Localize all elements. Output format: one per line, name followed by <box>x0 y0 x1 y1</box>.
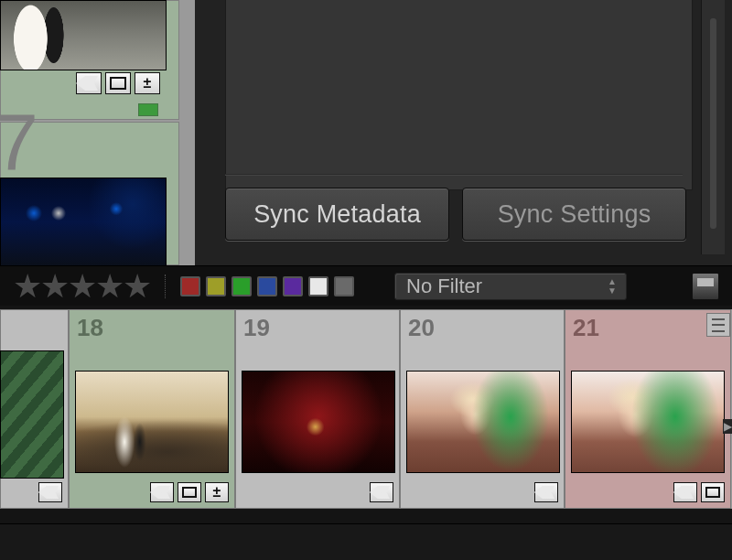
badge-row <box>534 482 558 502</box>
filmstrip-cell[interactable] <box>0 309 69 509</box>
filmstrip-container: 18 19 20 <box>0 306 732 523</box>
collection-icon[interactable] <box>178 482 201 502</box>
rating-stars-group: ★ ★ ★ ★ ★ <box>13 270 150 303</box>
star-icon[interactable]: ★ <box>68 270 97 303</box>
color-filter-white[interactable] <box>308 276 328 296</box>
badge-row <box>370 482 393 502</box>
star-icon[interactable]: ★ <box>123 270 152 303</box>
grid-cell[interactable]: 7 <box>0 122 179 265</box>
thumbnail[interactable] <box>0 178 167 266</box>
sync-settings-button[interactable]: Sync Settings <box>462 188 686 241</box>
toolbar-separator <box>165 275 166 298</box>
collection-icon[interactable] <box>105 72 131 94</box>
stepper-icon: ▲▼ <box>606 277 619 295</box>
thumbnail[interactable] <box>242 371 395 473</box>
photo-stage <box>1 178 166 265</box>
filmstrip-cell[interactable]: 19 <box>235 309 400 509</box>
color-label-swatch[interactable] <box>138 103 158 116</box>
keywords-icon[interactable] <box>370 482 393 502</box>
filter-dropdown[interactable]: No Filter ▲▼ <box>394 273 627 300</box>
filmstrip: 18 19 20 <box>0 309 732 509</box>
keywords-icon[interactable] <box>76 72 102 94</box>
collection-icon[interactable] <box>701 482 725 502</box>
filter-toolbar: ★ ★ ★ ★ ★ No Filter ▲▼ <box>0 265 732 306</box>
color-filter-gray[interactable] <box>334 276 354 296</box>
photo-wedding <box>1 1 166 70</box>
cell-index: 20 <box>408 314 435 342</box>
photo-aerial <box>1 351 63 478</box>
cell-index: 18 <box>77 314 103 342</box>
cell-index: 21 <box>573 314 599 342</box>
sync-metadata-button[interactable]: Sync Metadata <box>225 188 449 241</box>
sync-button-row: Sync Metadata Sync Settings <box>225 188 686 241</box>
metadata-area <box>225 0 693 190</box>
badge-row <box>673 482 725 502</box>
badge-row <box>38 482 62 502</box>
photo-couple <box>407 372 559 472</box>
filmstrip-menu-button[interactable] <box>706 313 730 337</box>
keywords-icon[interactable] <box>38 482 62 502</box>
color-filter-green[interactable] <box>231 276 252 296</box>
photo-concert <box>242 372 394 472</box>
develop-adjust-icon[interactable] <box>135 72 160 94</box>
filmstrip-cell[interactable]: 20 <box>400 309 565 509</box>
photo-couple <box>572 372 724 472</box>
badge-row <box>76 72 160 94</box>
cell-index: 7 <box>0 102 37 183</box>
star-icon[interactable]: ★ <box>13 270 42 303</box>
thumbnail[interactable] <box>0 350 64 479</box>
badge-row <box>150 482 229 502</box>
color-filter-red[interactable] <box>180 276 200 296</box>
thumbnail[interactable] <box>0 0 167 70</box>
expand-panel-icon[interactable]: ▶ <box>723 419 732 434</box>
metadata-panel: Sync Metadata Sync Settings <box>195 0 732 265</box>
color-filter-yellow[interactable] <box>206 276 226 296</box>
thumbnail[interactable] <box>571 371 725 473</box>
star-icon[interactable]: ★ <box>40 270 70 303</box>
keywords-icon[interactable] <box>534 482 558 502</box>
panel-scrollbar[interactable] <box>701 0 725 254</box>
color-filter-blue[interactable] <box>257 276 277 296</box>
develop-adjust-icon[interactable] <box>205 482 229 502</box>
scrollbar-track <box>710 18 716 229</box>
app-root: 7 Sync Metadata Sync Settings ★ ★ ★ ★ ★ … <box>0 0 732 560</box>
grid-panel: 7 <box>0 0 195 265</box>
filmstrip-cell[interactable]: 21 <box>565 309 731 509</box>
panel-divider <box>225 174 683 176</box>
color-filter-group <box>180 276 354 296</box>
toolbar-toggle-icon[interactable] <box>692 273 719 300</box>
color-filter-purple[interactable] <box>283 276 303 296</box>
photo-reception <box>76 372 228 472</box>
star-icon[interactable]: ★ <box>95 270 124 303</box>
keywords-icon[interactable] <box>150 482 174 502</box>
bottom-bar <box>0 523 732 560</box>
keywords-icon[interactable] <box>673 482 697 502</box>
filmstrip-cell[interactable]: 18 <box>69 309 235 509</box>
thumbnail[interactable] <box>406 371 560 473</box>
thumbnail[interactable] <box>75 371 229 473</box>
cell-index: 19 <box>243 314 270 342</box>
filter-dropdown-label: No Filter <box>406 275 482 298</box>
